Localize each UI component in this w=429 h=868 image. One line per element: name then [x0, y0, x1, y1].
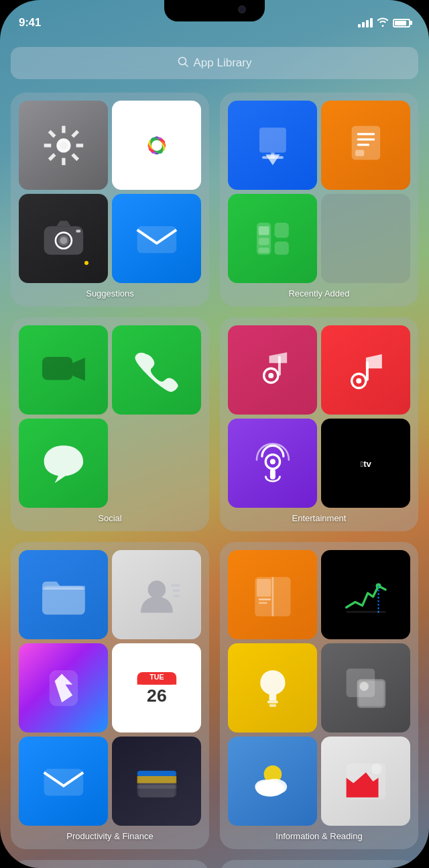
preview-app-icon[interactable]: [321, 643, 410, 733]
photos-app-icon[interactable]: [112, 101, 201, 190]
suggestions-apps: [19, 101, 201, 283]
camera-app-icon[interactable]: [19, 194, 108, 283]
svg-rect-55: [270, 468, 275, 479]
svg-rect-45: [258, 248, 269, 253]
music-app-icon[interactable]: [321, 325, 410, 415]
files-app-icon[interactable]: [19, 550, 108, 639]
numbers-app-icon[interactable]: [228, 194, 317, 283]
calendar-app-icon[interactable]: 26 TUE: [112, 643, 201, 733]
svg-rect-69: [44, 769, 83, 796]
entertainment-label: Entertainment: [228, 513, 410, 523]
svg-rect-42: [274, 241, 288, 254]
wallet-app-icon[interactable]: [112, 737, 201, 826]
information-apps: [228, 550, 410, 826]
pages-app-icon[interactable]: [321, 101, 410, 190]
tips-app-icon[interactable]: [228, 643, 317, 733]
information-folder[interactable]: Information & Reading: [220, 542, 418, 849]
stocks-app-icon[interactable]: [321, 550, 410, 639]
svg-rect-62: [172, 594, 180, 596]
search-bar[interactable]: App Library: [11, 47, 418, 79]
svg-rect-61: [172, 590, 180, 592]
status-time: 9:41: [19, 16, 41, 30]
social-empty: [112, 419, 201, 508]
svg-rect-38: [357, 144, 369, 146]
svg-point-48: [268, 372, 273, 378]
svg-line-7: [49, 131, 54, 136]
svg-point-24: [151, 140, 162, 151]
podcasts-app-icon[interactable]: [228, 419, 317, 508]
status-icons: [358, 17, 410, 29]
svg-rect-30: [137, 226, 176, 253]
shortcuts-app-icon[interactable]: [19, 643, 108, 733]
social-label: Social: [19, 513, 201, 523]
front-camera: [238, 5, 246, 13]
news-app-icon[interactable]: [321, 737, 410, 826]
social-folder[interactable]: Social: [11, 317, 209, 531]
facetime-app-icon[interactable]: [19, 325, 108, 415]
svg-line-9: [72, 131, 78, 136]
itunes-app-icon[interactable]: [228, 325, 317, 415]
svg-line-8: [72, 154, 78, 160]
productivity-label: Productivity & Finance: [19, 831, 201, 841]
svg-point-59: [147, 580, 166, 598]
svg-point-93: [371, 763, 381, 774]
svg-line-10: [49, 154, 54, 160]
svg-rect-46: [42, 357, 72, 380]
svg-point-91: [255, 780, 284, 796]
svg-text:26: 26: [147, 685, 167, 705]
keynote-app-icon[interactable]: [228, 101, 317, 190]
svg-rect-44: [258, 237, 269, 245]
svg-point-87: [359, 682, 368, 690]
svg-rect-81: [346, 610, 385, 612]
svg-text:TUE: TUE: [149, 672, 164, 680]
entertainment-folder[interactable]: tv Entertainment: [220, 317, 418, 531]
svg-rect-34: [262, 156, 284, 158]
recently-added-label: Recently Added: [228, 288, 410, 299]
bottom-left-folder[interactable]: [11, 860, 209, 868]
books-app-icon[interactable]: [228, 550, 317, 639]
app-grid: Suggestions: [11, 93, 418, 849]
notch: [164, 0, 265, 21]
mail-app-icon[interactable]: [112, 194, 201, 283]
information-label: Information & Reading: [228, 831, 410, 841]
svg-rect-36: [357, 133, 375, 135]
svg-point-54: [270, 459, 275, 464]
svg-rect-31: [259, 127, 286, 152]
svg-rect-41: [274, 223, 288, 238]
settings-app-icon[interactable]: [19, 101, 108, 190]
bottom-row: [11, 860, 418, 868]
social-apps: [19, 325, 201, 508]
wifi-icon: [377, 17, 389, 29]
svg-rect-58: [42, 588, 85, 614]
svg-rect-73: [137, 771, 176, 776]
svg-rect-29: [76, 229, 80, 232]
phone-frame: 9:41: [0, 0, 429, 868]
weather-app-icon[interactable]: [228, 737, 317, 826]
svg-rect-39: [355, 150, 364, 156]
phone-app-icon[interactable]: [112, 325, 201, 415]
svg-rect-78: [258, 602, 267, 604]
svg-rect-83: [269, 704, 276, 706]
recently-added-apps: [228, 101, 410, 283]
svg-line-1: [185, 64, 188, 66]
productivity-folder[interactable]: 26 TUE: [11, 542, 209, 849]
recently-added-folder[interactable]: Recently Added: [220, 93, 418, 307]
svg-rect-60: [171, 584, 180, 586]
mail-small-app-icon[interactable]: [19, 737, 108, 826]
suggestions-folder[interactable]: Suggestions: [11, 93, 209, 307]
svg-text:tv: tv: [360, 459, 371, 469]
entertainment-apps: tv: [228, 325, 410, 508]
svg-rect-76: [257, 579, 271, 597]
messages-app-icon[interactable]: [19, 419, 108, 508]
svg-point-51: [356, 378, 361, 383]
suggestions-label: Suggestions: [19, 288, 201, 299]
svg-rect-43: [258, 226, 269, 235]
bottom-right-folder[interactable]: [220, 860, 418, 868]
productivity-apps: 26 TUE: [19, 550, 201, 826]
battery-icon: [393, 19, 410, 28]
svg-rect-74: [139, 776, 174, 798]
empty-slot: [321, 194, 410, 283]
search-placeholder: App Library: [194, 56, 252, 70]
contacts-app-icon[interactable]: [112, 550, 201, 639]
appletv-app-icon[interactable]: tv: [321, 419, 410, 508]
